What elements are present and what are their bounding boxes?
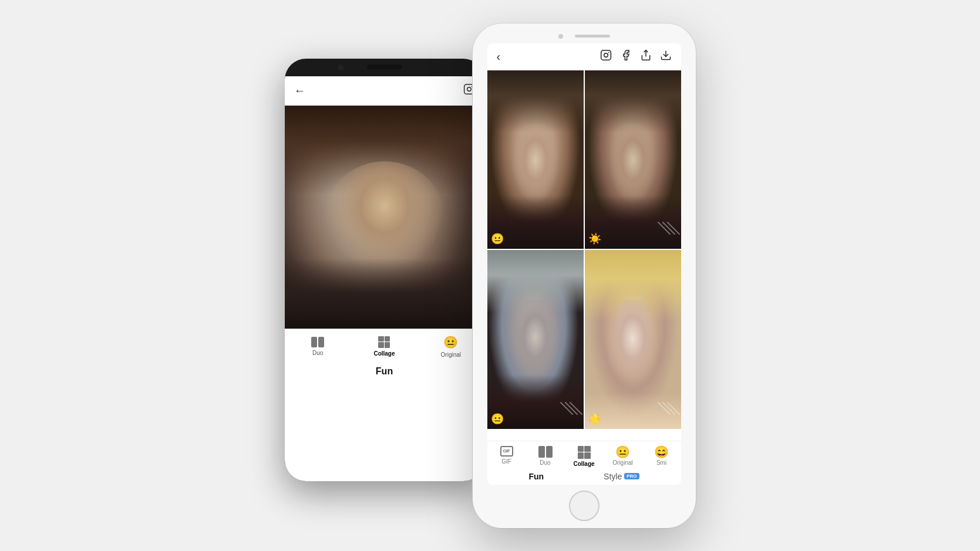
ios-camera-dot	[558, 34, 563, 39]
scene: ←	[285, 23, 696, 528]
android-back-button[interactable]: ←	[294, 84, 306, 97]
ios-tab-smile[interactable]: 😄 Smi	[642, 446, 681, 466]
duo-label: Duo	[312, 350, 323, 356]
ios-tab-bar: GIF GIF Duo Collage 😐 Ori	[487, 441, 681, 469]
photo-cell-2: ☀️	[585, 70, 681, 249]
collage-grid-icon	[378, 336, 390, 348]
ios-tab-duo[interactable]: Duo	[526, 446, 565, 466]
original-tab-icon: 😐	[615, 446, 630, 458]
collage-tab-label: Collage	[573, 461, 594, 467]
fun-nav-label[interactable]: Fun	[528, 472, 544, 481]
smile-tab-label: Smi	[656, 459, 666, 466]
photo-emoji-3: 😐	[491, 413, 504, 425]
watermark-2	[659, 219, 676, 237]
style-nav-item[interactable]: Style PRO	[604, 472, 639, 481]
photo-cell-1: 😐	[487, 70, 584, 249]
android-phone: ←	[285, 59, 484, 481]
ios-tab-collage[interactable]: Collage	[565, 446, 604, 467]
ios-share-icon[interactable]	[640, 49, 652, 64]
ios-top-bar	[473, 23, 696, 43]
android-screen: ←	[285, 76, 484, 481]
android-tab-collage[interactable]: Collage	[351, 336, 417, 357]
ios-home-button[interactable]	[569, 491, 600, 521]
collage-tab-icon	[578, 446, 591, 459]
style-nav-label: Style	[604, 472, 622, 481]
gif-icon: GIF	[500, 446, 513, 457]
photo-emoji-1: 😐	[491, 232, 504, 245]
svg-point-5	[608, 52, 609, 53]
ios-download-icon[interactable]	[660, 49, 672, 64]
collage-label: Collage	[373, 350, 395, 357]
ios-bottom-nav: Fun Style PRO	[487, 469, 681, 485]
watermark-3	[561, 400, 579, 417]
android-tab-duo[interactable]: Duo	[285, 337, 351, 356]
gif-label: GIF	[501, 458, 511, 465]
photo-cell-3: 😐	[487, 250, 584, 429]
ios-instagram-icon[interactable]	[600, 49, 612, 64]
smile-tab-icon: 😄	[654, 446, 669, 458]
ios-tab-original[interactable]: 😐 Original	[604, 446, 642, 466]
ios-phone: ‹	[473, 23, 696, 528]
ios-facebook-icon[interactable]	[620, 49, 632, 64]
original-label: Original	[441, 351, 461, 358]
ios-speaker	[575, 35, 610, 38]
svg-point-4	[604, 53, 608, 57]
ios-photo-grid: 😐 ☀️	[487, 70, 681, 429]
watermark-4	[659, 400, 676, 417]
android-face-photo	[285, 106, 484, 329]
android-fun-label: Fun	[285, 361, 484, 381]
svg-point-1	[467, 87, 471, 91]
duo-tab-icon	[538, 446, 553, 458]
photo-emoji-4: 🌟	[588, 413, 601, 425]
photo-cell-4: 🌟	[585, 250, 681, 429]
svg-rect-3	[601, 50, 611, 60]
duo-grid-icon	[311, 337, 324, 347]
ios-tab-gif[interactable]: GIF GIF	[487, 446, 526, 465]
ios-back-button[interactable]: ‹	[497, 50, 501, 63]
svg-point-2	[471, 86, 472, 87]
pro-badge: PRO	[624, 473, 639, 479]
android-header: ←	[285, 76, 484, 106]
android-bottom-bar: Duo Collage 😐 Original	[285, 329, 484, 361]
original-tab-label: Original	[612, 459, 632, 466]
duo-tab-label: Duo	[540, 459, 550, 466]
photo-emoji-2: ☀️	[588, 232, 601, 245]
ios-screen-header: ‹	[487, 43, 681, 70]
ios-screen: ‹	[487, 43, 681, 485]
ios-header-icons	[600, 49, 672, 64]
